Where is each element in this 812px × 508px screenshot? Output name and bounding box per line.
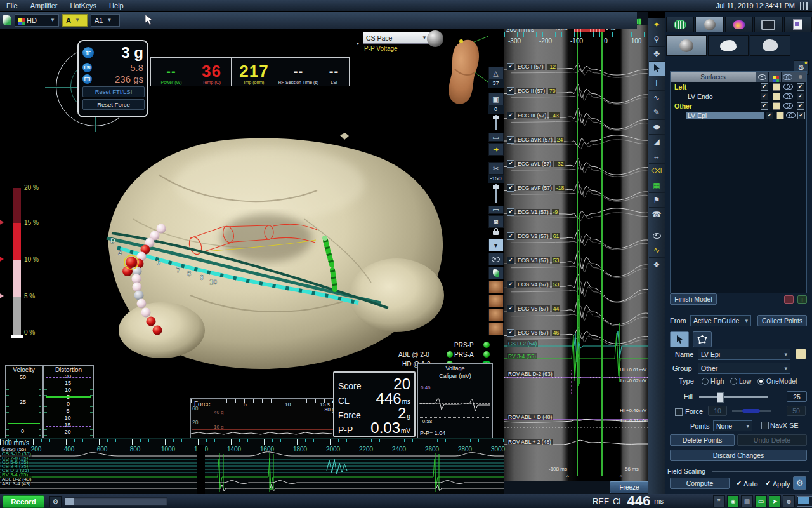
lead-checkbox[interactable]: [507, 87, 514, 95]
camera-icon[interactable]: ◙: [488, 215, 504, 228]
fill-value-box[interactable]: 25: [787, 391, 807, 402]
catheter-view-icon[interactable]: [488, 267, 504, 279]
color-swatch[interactable]: [773, 93, 780, 100]
ecg-cursor-left[interactable]: [577, 32, 578, 476]
orientation-menu-icon[interactable]: ▾: [488, 239, 504, 251]
freeze-button[interactable]: Freeze: [610, 481, 648, 493]
visibility-checkbox[interactable]: [761, 93, 768, 100]
clip-back-slider[interactable]: [495, 184, 497, 203]
cs-lead-label[interactable]: CS D-2 (54): [507, 340, 538, 347]
surface-group-row-other[interactable]: Other: [671, 101, 806, 110]
lead-label[interactable]: ECG V2 (57): [516, 233, 550, 239]
waveform-icon[interactable]: ∿: [649, 243, 665, 258]
lead-label[interactable]: ECG aVL (57): [516, 161, 553, 167]
select-tool-button[interactable]: [670, 331, 689, 347]
surfaces-header-label[interactable]: Surfaces: [671, 72, 756, 82]
strip-lead-label[interactable]: ABL 3-4 (43): [1, 481, 31, 486]
field-arrow-icon[interactable]: ➜: [488, 143, 504, 156]
distance-measure-icon[interactable]: ↔: [649, 149, 665, 164]
apply-checkbox[interactable]: [765, 480, 771, 486]
map-select[interactable]: HD ▼: [15, 14, 59, 27]
link-icon[interactable]: [786, 112, 796, 118]
knife-tool-icon[interactable]: ◢: [649, 135, 665, 149]
undo-delete-button[interactable]: Undo Delete: [737, 434, 807, 446]
catheter-tool-icon[interactable]: [3, 15, 11, 25]
rov-lead-label[interactable]: ROV ABL D-2 (63): [507, 371, 554, 377]
caliper-ibeam-icon[interactable]: I: [649, 76, 665, 91]
scale-marker-15[interactable]: [0, 219, 4, 225]
color-swatch[interactable]: [773, 102, 780, 110]
type-low-radio[interactable]: [730, 378, 737, 385]
record-settings-icon[interactable]: ⚙: [49, 496, 62, 507]
probe-icon[interactable]: ⚲: [649, 32, 665, 47]
view-eye-icon[interactable]: [488, 253, 504, 265]
add-surface-button[interactable]: +: [797, 295, 807, 304]
lead-label[interactable]: ECG V1 (57): [516, 209, 550, 215]
lead-checkbox[interactable]: [507, 329, 514, 337]
field-scaling-settings-icon[interactable]: ⚙: [793, 476, 806, 490]
link-icon[interactable]: [783, 93, 793, 99]
group-select[interactable]: A ▼: [62, 14, 88, 27]
menu-file[interactable]: File: [0, 2, 24, 10]
pace-channel-select[interactable]: CS Pace ▼: [363, 32, 430, 44]
lead-checkbox[interactable]: [507, 63, 514, 70]
fill-slider-track[interactable]: [699, 396, 768, 398]
lead-checkbox[interactable]: [507, 281, 514, 288]
tab-recorder[interactable]: [754, 17, 782, 32]
points-checkbox[interactable]: [797, 112, 805, 119]
pan-hand-icon[interactable]: ✥: [649, 47, 665, 62]
message-icon[interactable]: ❞: [713, 495, 725, 507]
finish-model-button[interactable]: Finish Model: [670, 293, 717, 305]
amplifier-levels-icon[interactable]: [800, 2, 808, 10]
tab-notes[interactable]: [784, 17, 812, 32]
tracking-diamond-icon[interactable]: ◈: [727, 495, 739, 507]
lead-checkbox[interactable]: [507, 305, 514, 312]
lasso-tool-button[interactable]: [693, 331, 712, 347]
auto-checkbox[interactable]: [736, 480, 742, 486]
scale-marker-5[interactable]: [0, 293, 4, 299]
collect-points-button[interactable]: Collect Points: [757, 315, 807, 326]
points-checkbox[interactable]: [797, 93, 804, 100]
broom-clean-icon[interactable]: ⌫: [649, 164, 665, 178]
screen-icon[interactable]: ▭: [488, 133, 504, 142]
lead-checkbox[interactable]: [507, 257, 514, 264]
link-icon[interactable]: [783, 103, 793, 109]
group-select-dd[interactable]: Other: [698, 363, 790, 374]
curve-tool-icon[interactable]: ∿: [649, 91, 665, 105]
rov-d-lead-label[interactable]: ROV ABL + D (48): [507, 414, 553, 420]
delete-points-button[interactable]: Delete Points: [670, 434, 735, 446]
lead-checkbox[interactable]: [507, 112, 514, 119]
torso-view-rao-icon[interactable]: [488, 309, 504, 321]
points-checkbox[interactable]: [797, 83, 804, 91]
record-button[interactable]: Record: [3, 495, 44, 508]
ecg-review-panel[interactable]: 200 mm/s -73 ms 6 ms -300 -200 -100 0 10…: [504, 11, 648, 494]
compute-button[interactable]: Compute: [670, 478, 730, 489]
menu-amplifier[interactable]: Amplifier: [24, 2, 64, 10]
name-select[interactable]: LV Epi: [698, 349, 790, 360]
force-max-box[interactable]: 50: [787, 406, 806, 416]
layers-status-icon[interactable]: ▤: [741, 495, 753, 507]
selection-box-icon[interactable]: [346, 34, 358, 43]
operator-icon[interactable]: ☻: [783, 495, 795, 507]
torso-orientation-widget[interactable]: [442, 31, 490, 123]
tab-catheters[interactable]: [666, 17, 694, 32]
lead-label[interactable]: ECG V4 (57): [516, 281, 550, 288]
torso-view-pa-icon[interactable]: [488, 323, 504, 335]
subtab-shell[interactable]: [708, 35, 749, 56]
electrode-select[interactable]: A1 ▼: [91, 14, 120, 27]
rv-lead-label[interactable]: RV 3-4 (55): [507, 353, 537, 359]
lead-label[interactable]: ECG V3 (57): [516, 257, 550, 264]
subtab-surface[interactable]: [666, 35, 707, 56]
visibility-checkbox[interactable]: [761, 102, 768, 110]
visibility-checkbox[interactable]: [761, 83, 768, 91]
select-cursor-icon[interactable]: [649, 62, 665, 76]
surface-group-row-left[interactable]: Left: [671, 82, 806, 91]
paint-map-icon[interactable]: ❖: [649, 258, 665, 272]
lead-label[interactable]: ECG aVR (57): [516, 137, 554, 143]
lead-checkbox[interactable]: [507, 136, 514, 144]
visibility-eye-icon[interactable]: [649, 229, 665, 243]
torso-view-ap-icon[interactable]: [488, 281, 504, 293]
window-right-caret[interactable]: ^: [620, 474, 622, 479]
surface-row-lv-endo[interactable]: LV Endo: [671, 91, 806, 101]
lead-checkbox[interactable]: [507, 160, 514, 168]
